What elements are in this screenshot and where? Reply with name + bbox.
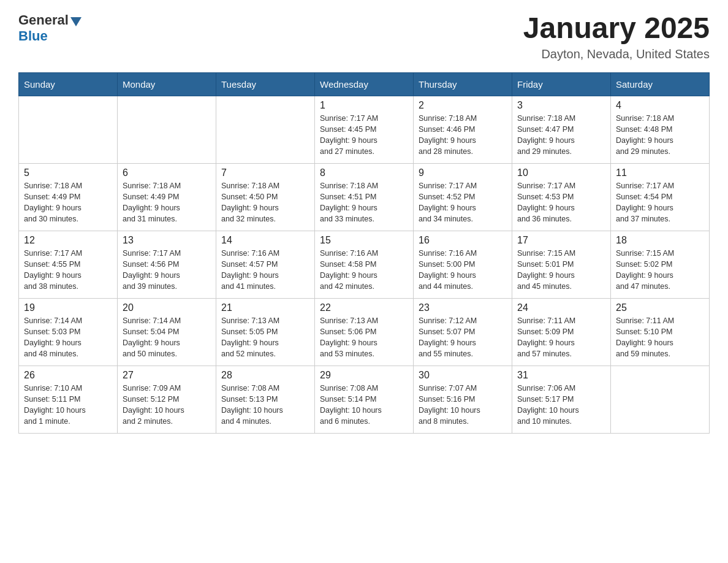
day-info: Sunrise: 7:16 AM Sunset: 4:58 PM Dayligh… — [320, 248, 408, 293]
day-number: 1 — [320, 100, 408, 111]
day-info: Sunrise: 7:17 AM Sunset: 4:55 PM Dayligh… — [24, 248, 112, 293]
calendar-cell: 1Sunrise: 7:17 AM Sunset: 4:45 PM Daylig… — [315, 96, 414, 163]
day-info: Sunrise: 7:18 AM Sunset: 4:46 PM Dayligh… — [419, 113, 507, 158]
calendar-cell: 11Sunrise: 7:17 AM Sunset: 4:54 PM Dayli… — [611, 163, 710, 231]
weekday-header-tuesday: Tuesday — [216, 72, 315, 96]
calendar-week-4: 19Sunrise: 7:14 AM Sunset: 5:03 PM Dayli… — [19, 298, 710, 366]
calendar-cell: 25Sunrise: 7:11 AM Sunset: 5:10 PM Dayli… — [611, 298, 710, 366]
calendar-cell: 30Sunrise: 7:07 AM Sunset: 5:16 PM Dayli… — [414, 366, 512, 433]
day-number: 19 — [24, 302, 112, 313]
calendar-cell — [118, 96, 216, 163]
day-number: 12 — [24, 235, 112, 246]
weekday-header-monday: Monday — [118, 72, 216, 96]
day-info: Sunrise: 7:17 AM Sunset: 4:52 PM Dayligh… — [419, 180, 507, 225]
calendar-cell — [19, 96, 118, 163]
day-info: Sunrise: 7:18 AM Sunset: 4:49 PM Dayligh… — [123, 180, 211, 225]
calendar-cell: 15Sunrise: 7:16 AM Sunset: 4:58 PM Dayli… — [315, 231, 414, 298]
day-number: 31 — [517, 370, 605, 381]
day-number: 3 — [517, 100, 605, 111]
day-number: 6 — [123, 167, 211, 178]
day-number: 25 — [616, 302, 704, 313]
day-number: 27 — [123, 370, 211, 381]
title-block: January 2025 Dayton, Nevada, United Stat… — [523, 12, 710, 61]
day-info: Sunrise: 7:06 AM Sunset: 5:17 PM Dayligh… — [517, 383, 605, 427]
day-number: 16 — [419, 235, 507, 246]
day-info: Sunrise: 7:18 AM Sunset: 4:51 PM Dayligh… — [320, 180, 408, 225]
day-number: 23 — [419, 302, 507, 313]
day-info: Sunrise: 7:17 AM Sunset: 4:56 PM Dayligh… — [123, 248, 211, 293]
month-title: January 2025 — [523, 12, 710, 45]
calendar-cell — [216, 96, 315, 163]
calendar-cell: 6Sunrise: 7:18 AM Sunset: 4:49 PM Daylig… — [118, 163, 216, 231]
day-number: 10 — [517, 167, 605, 178]
day-number: 5 — [24, 167, 112, 178]
weekday-header-sunday: Sunday — [19, 72, 118, 96]
calendar-cell: 20Sunrise: 7:14 AM Sunset: 5:04 PM Dayli… — [118, 298, 216, 366]
day-number: 11 — [616, 167, 704, 178]
day-info: Sunrise: 7:18 AM Sunset: 4:50 PM Dayligh… — [221, 180, 309, 225]
calendar-cell: 18Sunrise: 7:15 AM Sunset: 5:02 PM Dayli… — [611, 231, 710, 298]
day-info: Sunrise: 7:16 AM Sunset: 4:57 PM Dayligh… — [221, 248, 309, 293]
day-number: 14 — [221, 235, 309, 246]
calendar-week-3: 12Sunrise: 7:17 AM Sunset: 4:55 PM Dayli… — [19, 231, 710, 298]
day-info: Sunrise: 7:13 AM Sunset: 5:06 PM Dayligh… — [320, 315, 408, 360]
weekday-header-thursday: Thursday — [414, 72, 512, 96]
day-number: 22 — [320, 302, 408, 313]
day-number: 17 — [517, 235, 605, 246]
day-number: 4 — [616, 100, 704, 111]
day-number: 13 — [123, 235, 211, 246]
day-number: 28 — [221, 370, 309, 381]
calendar-cell: 4Sunrise: 7:18 AM Sunset: 4:48 PM Daylig… — [611, 96, 710, 163]
logo: General Blue — [18, 12, 82, 44]
weekday-header-wednesday: Wednesday — [315, 72, 414, 96]
day-number: 26 — [24, 370, 112, 381]
day-info: Sunrise: 7:15 AM Sunset: 5:01 PM Dayligh… — [517, 248, 605, 293]
day-info: Sunrise: 7:17 AM Sunset: 4:45 PM Dayligh… — [320, 113, 408, 158]
day-info: Sunrise: 7:11 AM Sunset: 5:09 PM Dayligh… — [517, 315, 605, 360]
day-number: 18 — [616, 235, 704, 246]
logo-blue-text: Blue — [18, 28, 48, 44]
day-info: Sunrise: 7:16 AM Sunset: 5:00 PM Dayligh… — [419, 248, 507, 293]
day-info: Sunrise: 7:12 AM Sunset: 5:07 PM Dayligh… — [419, 315, 507, 360]
calendar-cell: 13Sunrise: 7:17 AM Sunset: 4:56 PM Dayli… — [118, 231, 216, 298]
day-info: Sunrise: 7:08 AM Sunset: 5:14 PM Dayligh… — [320, 383, 408, 427]
weekday-header-row: SundayMondayTuesdayWednesdayThursdayFrid… — [19, 72, 710, 96]
calendar-table: SundayMondayTuesdayWednesdayThursdayFrid… — [18, 72, 710, 434]
calendar-cell: 9Sunrise: 7:17 AM Sunset: 4:52 PM Daylig… — [414, 163, 512, 231]
calendar-week-1: 1Sunrise: 7:17 AM Sunset: 4:45 PM Daylig… — [19, 96, 710, 163]
calendar-cell: 26Sunrise: 7:10 AM Sunset: 5:11 PM Dayli… — [19, 366, 118, 433]
day-number: 21 — [221, 302, 309, 313]
calendar-week-2: 5Sunrise: 7:18 AM Sunset: 4:49 PM Daylig… — [19, 163, 710, 231]
calendar-cell: 2Sunrise: 7:18 AM Sunset: 4:46 PM Daylig… — [414, 96, 512, 163]
day-info: Sunrise: 7:17 AM Sunset: 4:54 PM Dayligh… — [616, 180, 704, 225]
day-info: Sunrise: 7:10 AM Sunset: 5:11 PM Dayligh… — [24, 383, 112, 427]
day-info: Sunrise: 7:14 AM Sunset: 5:03 PM Dayligh… — [24, 315, 112, 360]
calendar-cell: 7Sunrise: 7:18 AM Sunset: 4:50 PM Daylig… — [216, 163, 315, 231]
calendar-week-5: 26Sunrise: 7:10 AM Sunset: 5:11 PM Dayli… — [19, 366, 710, 433]
day-number: 9 — [419, 167, 507, 178]
calendar-cell: 5Sunrise: 7:18 AM Sunset: 4:49 PM Daylig… — [19, 163, 118, 231]
day-number: 7 — [221, 167, 309, 178]
calendar-cell: 22Sunrise: 7:13 AM Sunset: 5:06 PM Dayli… — [315, 298, 414, 366]
day-number: 30 — [419, 370, 507, 381]
calendar-cell: 31Sunrise: 7:06 AM Sunset: 5:17 PM Dayli… — [512, 366, 611, 433]
weekday-header-friday: Friday — [512, 72, 611, 96]
calendar-cell: 24Sunrise: 7:11 AM Sunset: 5:09 PM Dayli… — [512, 298, 611, 366]
calendar-body: 1Sunrise: 7:17 AM Sunset: 4:45 PM Daylig… — [19, 96, 710, 433]
day-info: Sunrise: 7:18 AM Sunset: 4:49 PM Dayligh… — [24, 180, 112, 225]
day-info: Sunrise: 7:11 AM Sunset: 5:10 PM Dayligh… — [616, 315, 704, 360]
logo-general-text: General — [18, 12, 69, 28]
location-title: Dayton, Nevada, United States — [523, 47, 710, 61]
day-info: Sunrise: 7:18 AM Sunset: 4:47 PM Dayligh… — [517, 113, 605, 158]
day-number: 20 — [123, 302, 211, 313]
day-info: Sunrise: 7:08 AM Sunset: 5:13 PM Dayligh… — [221, 383, 309, 427]
day-number: 15 — [320, 235, 408, 246]
calendar-cell: 29Sunrise: 7:08 AM Sunset: 5:14 PM Dayli… — [315, 366, 414, 433]
weekday-header-saturday: Saturday — [611, 72, 710, 96]
calendar-cell: 17Sunrise: 7:15 AM Sunset: 5:01 PM Dayli… — [512, 231, 611, 298]
calendar-cell: 28Sunrise: 7:08 AM Sunset: 5:13 PM Dayli… — [216, 366, 315, 433]
day-info: Sunrise: 7:07 AM Sunset: 5:16 PM Dayligh… — [419, 383, 507, 427]
calendar-cell — [611, 366, 710, 433]
day-number: 29 — [320, 370, 408, 381]
day-info: Sunrise: 7:13 AM Sunset: 5:05 PM Dayligh… — [221, 315, 309, 360]
